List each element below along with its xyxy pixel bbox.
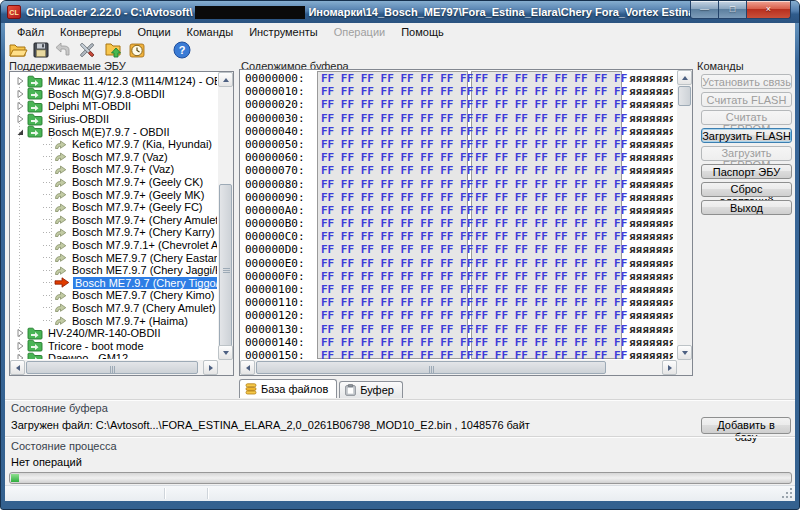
menu-item[interactable]: Команды [179,25,242,39]
tree-item[interactable]: Bosch M7.9.7+ (Vaz) [11,163,217,176]
maximize-button[interactable]: □ [719,1,746,19]
tree-item[interactable]: Bosch ME7.9.7 (Chery Tiggo/CrossEast [11,277,217,290]
hex-vscrollbar[interactable] [677,70,692,360]
command-button[interactable]: Установить связь [701,74,792,89]
help-icon[interactable]: ? [172,40,192,60]
hex-vscrollbar-thumb[interactable] [678,86,691,106]
hex-row: 00000040:FF FF FF FF FF FF FF FFFF FF FF… [241,125,676,138]
save-icon[interactable] [31,40,51,60]
hex-bytes-group1: FF FF FF FF FF FF FF FF [321,204,473,217]
command-button[interactable]: Считать EEPROM [701,110,792,125]
title-bar[interactable]: CL ChipLoader 2.22.0 - C:\Avtosoft\Инома… [1,1,799,23]
tab-buffer[interactable]: Буфер [339,381,403,398]
menu-item[interactable]: Опции [129,25,178,39]
tree-item[interactable]: Daewoo - GM12 [11,352,217,359]
command-button[interactable]: Паспорт ЭБУ [701,164,792,179]
expand-toggle-icon[interactable] [15,101,25,111]
command-button[interactable]: Сброс адаптаций [701,182,792,197]
history-icon[interactable] [127,40,147,60]
expand-toggle-icon[interactable] [15,114,25,124]
menu-item[interactable]: Инструменты [241,25,326,39]
tree-item[interactable]: Микас 11.4/12.3 (M114/M124) - OBDII [11,75,217,88]
ecu-arrow-icon [54,302,67,313]
hex-ascii: яяяяяяя [629,112,673,125]
tree-item[interactable]: Bosch M7.9.7+ (Chery Karry) [11,226,217,239]
import-icon[interactable] [103,40,123,60]
hex-bytes-group1: FF FF FF FF FF FF FF FF [321,349,473,359]
resize-grip[interactable] [781,487,793,499]
ecu-arrow-icon [54,290,67,301]
command-button[interactable]: Считать FLASH [701,92,792,107]
command-button[interactable]: Загрузить FLASH [701,128,792,143]
tree-item[interactable]: Tricore - boot mode [11,339,217,352]
hex-row: 00000080:FF FF FF FF FF FF FF FFFF FF FF… [241,178,676,191]
hex-ascii: яяяяяяя [629,257,673,270]
add-to-database-button[interactable]: Добавить в базу [701,417,791,434]
hex-hscrollbar-thumb[interactable] [256,361,606,374]
hex-bytes-group1: FF FF FF FF FF FF FF FF [321,309,473,322]
tree-item-label: Bosch M7.9.7+ (Haima) [70,315,190,327]
hex-bytes-group2: FF FF FF FF FF FF FF FF [475,349,627,359]
close-button[interactable]: × [746,1,791,19]
hex-bytes-group2: FF FF FF FF FF FF FF FF [475,270,627,283]
hex-ascii: яяяяяяя [629,98,673,111]
tab-files-database[interactable]: База файлов [239,379,337,398]
hex-row: 000000A0:FF FF FF FF FF FF FF FFFF FF FF… [241,204,676,217]
hex-address: 000000B0: [245,217,305,230]
tree-item[interactable]: Bosch M7.9.7 (Chery Amulet) [11,302,217,315]
tree-item[interactable]: Bosch ME7.9.7 (Chery Kimo) [11,289,217,302]
tree-hscrollbar-thumb[interactable] [26,361,198,374]
hex-address: 00000000: [245,72,305,85]
menu-item[interactable]: Файл [9,25,52,39]
tree-item[interactable]: Bosch M7.9.7+ (Chery Amulet, BYD F3) [11,214,217,227]
minimize-button[interactable]: — [690,1,719,19]
tree-item[interactable]: Bosch M7.9.7.1+ (Chevrolet Aveo) [11,239,217,252]
expand-toggle-icon[interactable] [15,89,25,99]
tree-item[interactable]: HV-240/MR-140-OBDII [11,327,217,340]
menu-item[interactable]: Операции [326,25,393,39]
hex-hscrollbar[interactable] [240,360,677,375]
tree-vscrollbar[interactable] [218,72,233,360]
hex-address: 00000110: [245,296,305,309]
tree-item[interactable]: Bosch M(E)7.9.7 - OBDII [11,125,217,138]
hex-ascii: яяяяяяя [629,72,673,85]
hex-row: 00000110:FF FF FF FF FF FF FF FFFF FF FF… [241,296,676,309]
hex-row: 00000000:FF FF FF FF FF FF FF FFFF FF FF… [241,72,676,85]
tree-item[interactable]: Bosch M7.9.7+ (Geely MK) [11,188,217,201]
tree-item[interactable]: Bosch M(G)7.9.8-OBDII [11,88,217,101]
command-button[interactable]: Загрузить EEPROM [701,146,792,161]
tree-item[interactable]: Delphi MT-OBDII [11,100,217,113]
tree-item[interactable]: Bosch M7.9.7+ (Haima) [11,314,217,327]
expand-toggle-icon[interactable] [15,353,25,359]
tree-item[interactable]: Kefico M7.9.7 (Kia, Hyundai) [11,138,217,151]
menu-item[interactable]: Помощь [393,25,452,39]
expand-toggle-icon[interactable] [15,328,25,338]
tree-item-label: Bosch ME7.9.7 (Chery Jaggi/Kimo) [70,264,217,276]
hex-bytes-group1: FF FF FF FF FF FF FF FF [321,164,473,177]
ecu-tree[interactable]: Микас 11.4/12.3 (M114/M124) - OBDIIBosch… [9,71,234,376]
tree-item[interactable]: Bosch ME7.9.7 (Chery Jaggi/Kimo) [11,264,217,277]
hex-ascii: яяяяяяя [629,230,673,243]
tree-hscrollbar[interactable] [10,360,218,375]
open-icon[interactable] [8,40,28,60]
collapse-toggle-icon[interactable] [15,127,25,137]
hex-bytes-group2: FF FF FF FF FF FF FF FF [475,283,627,296]
tree-vscrollbar-thumb[interactable] [219,184,232,356]
tree-item[interactable]: Bosch M7.9.7+ (Geely FC) [11,201,217,214]
expand-toggle-icon[interactable] [15,341,25,351]
hex-row: 00000030:FF FF FF FF FF FF FF FFFF FF FF… [241,112,676,125]
tree-item[interactable]: Bosch ME7.9.7 (Chery Eastar, Elara) [11,251,217,264]
hex-viewer[interactable]: 00000000:FF FF FF FF FF FF FF FFFF FF FF… [239,69,693,376]
tree-item[interactable]: Bosch M7.9.7 (Vaz) [11,151,217,164]
menu-item[interactable]: Конвертеры [52,25,129,39]
expand-toggle-icon[interactable] [15,76,25,86]
hex-row: 000000F0:FF FF FF FF FF FF FF FFFF FF FF… [241,270,676,283]
tree-item-label: Tricore - boot mode [46,340,146,352]
command-button[interactable]: Выход [701,200,792,215]
tree-connector [43,156,52,157]
undo-icon[interactable] [54,40,74,60]
tree-item[interactable]: Sirius-OBDII [11,113,217,126]
tools-icon[interactable] [77,40,97,60]
tree-item[interactable]: Bosch M7.9.7+ (Geely CK) [11,176,217,189]
hex-address: 000000A0: [245,204,305,217]
